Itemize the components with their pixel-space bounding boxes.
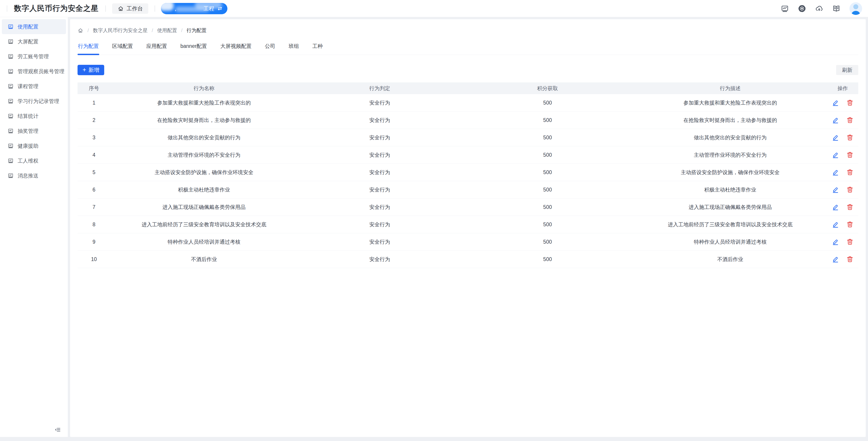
row-score: 500: [462, 169, 633, 175]
sidebar-item-label: 抽奖管理: [18, 128, 38, 135]
row-no: 6: [78, 187, 110, 193]
delete-button[interactable]: [846, 169, 853, 176]
row-behavior-name: 特种作业人员经培训并通过考核: [110, 238, 298, 245]
row-score: 500: [462, 187, 633, 193]
table-row: 2 在抢险救灾时挺身而出，主动参与救援的 安全行为 500 在抢险救灾时挺身而出…: [78, 111, 858, 129]
table-body: 1 参加重大救援和重大抢险工作表现突出的 安全行为 500 参加重大救援和重大抢…: [78, 94, 858, 268]
row-actions: [827, 186, 858, 193]
project-switcher-pill[interactable]: ， 工程: [161, 3, 227, 14]
column-header-score: 积分获取: [462, 85, 633, 92]
breadcrumb-item[interactable]: 使用配置: [157, 27, 177, 34]
manual-book-icon[interactable]: [832, 4, 840, 13]
sidebar-item-course-management[interactable]: 课程管理: [2, 79, 66, 94]
delete-button[interactable]: [846, 221, 853, 228]
row-score: 500: [462, 239, 633, 245]
delete-button[interactable]: [846, 204, 853, 210]
user-avatar[interactable]: [849, 2, 862, 15]
edit-button[interactable]: [832, 99, 839, 106]
row-score: 500: [462, 256, 633, 262]
row-actions: [827, 134, 858, 141]
screen-chart-icon: [8, 83, 13, 89]
edit-button[interactable]: [832, 151, 839, 158]
tab-company[interactable]: 公司: [265, 42, 276, 55]
collapse-sidebar-icon[interactable]: [54, 426, 61, 434]
settings-gear-icon[interactable]: [798, 4, 806, 13]
delete-button[interactable]: [846, 151, 853, 158]
add-button[interactable]: + 新增: [78, 65, 104, 75]
sidebar-item-label: 课程管理: [18, 83, 38, 90]
tab-team[interactable]: 班组: [288, 42, 300, 55]
refresh-button[interactable]: 刷新: [836, 65, 858, 75]
sidebar-item-bigscreen-config[interactable]: 大屏配置: [2, 34, 66, 49]
tab-area-config[interactable]: 区域配置: [112, 42, 133, 55]
row-behavior-desc: 积极主动杜绝违章作业: [633, 186, 827, 193]
sidebar-item-worker-rights[interactable]: 工人维权: [2, 153, 66, 168]
row-behavior-name: 做出其他突出的安全贡献的行为: [110, 134, 298, 141]
tab-worktype[interactable]: 工种: [312, 42, 323, 55]
delete-button[interactable]: [846, 134, 853, 141]
delete-button[interactable]: [846, 117, 853, 124]
edit-button[interactable]: [832, 117, 839, 124]
avatar-head: [853, 4, 858, 9]
data-screen-icon[interactable]: [781, 4, 789, 13]
row-behavior-desc: 进入施工现场正确佩戴各类劳保用品: [633, 204, 827, 211]
delete-button[interactable]: [846, 99, 853, 106]
breadcrumb-item-current: 行为配置: [186, 27, 206, 34]
delete-button[interactable]: [846, 238, 853, 245]
sidebar-item-lottery-management[interactable]: 抽奖管理: [2, 124, 66, 138]
edit-button[interactable]: [832, 169, 839, 176]
table-row: 4 主动管理作业环境的不安全行为 安全行为 500 主动管理作业环境的不安全行为: [78, 146, 858, 164]
workbench-label: 工作台: [127, 5, 143, 12]
breadcrumb-home-icon[interactable]: [78, 28, 84, 33]
edit-button[interactable]: [832, 204, 839, 210]
redacted-blur: [161, 3, 174, 11]
sidebar-item-health-aid[interactable]: 健康援助: [2, 138, 66, 153]
project-name-comma: ，: [173, 5, 178, 12]
breadcrumb-separator: /: [181, 28, 182, 33]
delete-button[interactable]: [846, 256, 853, 263]
row-no: 7: [78, 204, 110, 210]
swap-icon: [217, 6, 223, 11]
table-row: 10 不酒后作业 安全行为 500 不酒后作业: [78, 251, 858, 268]
edit-button[interactable]: [832, 221, 839, 228]
sidebar-menu: 使用配置 大屏配置 劳工账号管理 管理观察员账号管理 课程管理: [0, 19, 68, 422]
tab-banner-config[interactable]: banner配置: [180, 42, 208, 55]
row-behavior-name: 参加重大救援和重大抢险工作表现突出的: [110, 99, 298, 106]
cloud-download-icon[interactable]: [815, 4, 823, 13]
column-header-ops: 操作: [827, 85, 858, 92]
sidebar-item-usage-config[interactable]: 使用配置: [2, 19, 66, 34]
row-score: 500: [462, 204, 633, 210]
breadcrumb-separator: /: [88, 28, 89, 33]
delete-button[interactable]: [846, 186, 853, 193]
workbench-button[interactable]: 工作台: [112, 3, 148, 14]
tab-app-config[interactable]: 应用配置: [146, 42, 167, 55]
tab-bigscreen-video-config[interactable]: 大屏视频配置: [220, 42, 252, 55]
project-name-suffix: 工程: [204, 5, 214, 12]
row-behavior-judge: 安全行为: [298, 134, 462, 141]
row-actions: [827, 169, 858, 176]
edit-button[interactable]: [832, 186, 839, 193]
row-score: 500: [462, 152, 633, 158]
row-actions: [827, 204, 858, 210]
sidebar-item-message-push[interactable]: 消息推送: [2, 168, 66, 183]
edit-button[interactable]: [832, 256, 839, 263]
row-no: 5: [78, 169, 110, 175]
edit-button[interactable]: [832, 134, 839, 141]
breadcrumb: / 数字人民币行为安全之星 / 使用配置 / 行为配置: [78, 19, 858, 34]
edit-button[interactable]: [832, 238, 839, 245]
screen-chart-icon: [8, 98, 13, 104]
sidebar-item-settlement-stats[interactable]: 结算统计: [2, 109, 66, 124]
sidebar-item-worker-accounts[interactable]: 劳工账号管理: [2, 49, 66, 64]
row-behavior-desc: 做出其他突出的安全贡献的行为: [633, 134, 827, 141]
sidebar-item-observer-accounts[interactable]: 管理观察员账号管理: [2, 64, 66, 79]
sidebar-item-label: 使用配置: [18, 23, 38, 30]
table-row: 8 进入工地前经历了三级安全教育培训以及安全技术交底 安全行为 500 进入工地…: [78, 216, 858, 233]
table-row: 7 进入施工现场正确佩戴各类劳保用品 安全行为 500 进入施工现场正确佩戴各类…: [78, 199, 858, 216]
tab-behavior-config[interactable]: 行为配置: [78, 42, 99, 55]
breadcrumb-item[interactable]: 数字人民币行为安全之星: [93, 27, 148, 34]
row-no: 3: [78, 135, 110, 141]
row-behavior-judge: 安全行为: [298, 186, 462, 193]
row-behavior-desc: 参加重大救援和重大抢险工作表现突出的: [633, 99, 827, 106]
sidebar-item-learning-records[interactable]: 学习行为记录管理: [2, 94, 66, 109]
table-row: 3 做出其他突出的安全贡献的行为 安全行为 500 做出其他突出的安全贡献的行为: [78, 129, 858, 146]
